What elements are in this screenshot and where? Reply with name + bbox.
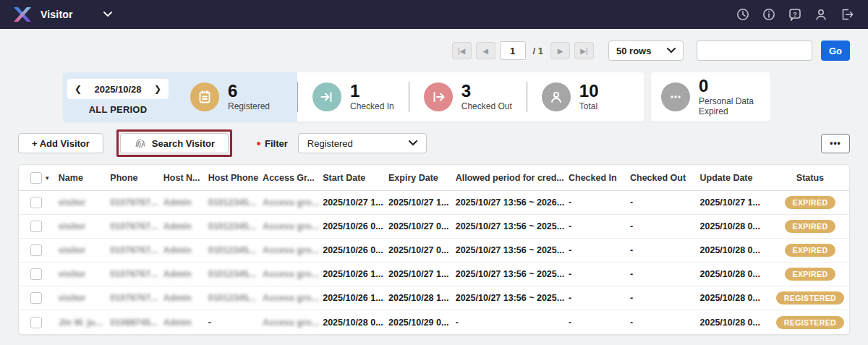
column-header-host-name[interactable]: Host N...: [161, 173, 205, 183]
select-menu-caret-icon[interactable]: ▾: [46, 174, 49, 182]
cell-allowed-period: 2025/10/27 13:56 ~ 2025...: [453, 221, 566, 231]
time-icon[interactable]: [735, 7, 751, 22]
date-navigator[interactable]: ❮ 2025/10/28 ❯: [67, 79, 169, 99]
cell-host-phone: -: [205, 318, 260, 328]
select-all-checkbox[interactable]: [30, 172, 42, 184]
search-visitor-button[interactable]: Search Visitor: [120, 133, 229, 153]
column-header-name[interactable]: Name: [56, 173, 108, 183]
check-out-icon: [424, 82, 453, 111]
cell-expiry-date: 2025/10/28 1...: [386, 293, 453, 303]
info-icon[interactable]: [761, 7, 777, 22]
prev-page-button[interactable]: ◀: [476, 42, 495, 59]
column-header-checked-in[interactable]: Checked In: [566, 173, 627, 183]
cell-allowed-period: 2025/10/27 13:56 ~ 2025...: [453, 245, 566, 255]
column-header-expiry-date[interactable]: Expiry Date: [386, 173, 453, 183]
cell-name: visitor: [56, 293, 108, 303]
column-header-start-date[interactable]: Start Date: [320, 173, 386, 183]
table-row[interactable]: visitor 01076767... Admin 01012345... Ac…: [19, 263, 849, 286]
cell-update-date: 2025/10/27 1...: [697, 197, 771, 208]
row-checkbox[interactable]: [30, 244, 42, 256]
stat-registered[interactable]: 6 Registered: [180, 82, 280, 112]
row-checkbox[interactable]: [30, 197, 42, 208]
period-section: ❮ 2025/10/28 ❯ ALL PERIOD 6 Registered: [63, 72, 297, 122]
cell-host-phone: 01012345...: [205, 221, 260, 231]
clipboard-icon: [190, 82, 219, 111]
cell-checked-out: -: [627, 318, 697, 328]
search-input[interactable]: [697, 41, 812, 61]
rows-per-page-value: 50 rows: [616, 46, 651, 56]
cell-host-name: Admin: [161, 293, 205, 303]
cell-update-date: 2025/10/28 0...: [697, 293, 771, 303]
cell-phone: 01076767...: [107, 245, 160, 255]
stat-checked-out[interactable]: 3 Checked Out: [409, 82, 527, 112]
cell-access-group: Access gro...: [260, 245, 320, 255]
checked-out-count: 3: [461, 82, 512, 100]
app-logo-icon[interactable]: [13, 6, 32, 23]
cell-allowed-period: 2025/10/27 13:56 ~ 2026...: [453, 197, 566, 208]
personal-data-expired-card[interactable]: 0 Personal Data Expired: [651, 72, 770, 122]
table-row[interactable]: visitor 01076767... Admin 01012345... Ac…: [19, 239, 849, 263]
row-checkbox[interactable]: [30, 317, 42, 328]
cell-phone: 01076767...: [107, 293, 160, 303]
toolbar: + Add Visitor Search Visitor Filter Regi…: [18, 132, 850, 154]
status-badge: REGISTERED: [776, 291, 844, 304]
cell-host-name: Admin: [161, 245, 205, 255]
help-icon[interactable]: ?: [787, 7, 803, 22]
cell-expiry-date: 2025/10/27 1...: [386, 197, 453, 208]
table-row[interactable]: visitor 01076767... Admin 01012345... Ac…: [19, 191, 849, 215]
search-visitor-label: Search Visitor: [152, 138, 215, 149]
personal-data-expired-label: Personal Data Expired: [699, 97, 760, 117]
status-badge: EXPIRED: [785, 196, 836, 209]
check-in-icon: [312, 82, 341, 111]
go-button[interactable]: Go: [821, 41, 850, 61]
cell-checked-in: -: [566, 221, 627, 231]
cell-update-date: 2025/10/28 0...: [697, 221, 771, 231]
next-date-icon[interactable]: ❯: [154, 84, 161, 94]
row-checkbox[interactable]: [30, 292, 42, 304]
next-page-button[interactable]: ▶: [550, 42, 570, 59]
table-row[interactable]: Jin W. ju... 01088745... Admin - Access …: [19, 310, 849, 334]
filter-required-dot: [257, 142, 260, 145]
rows-per-page-select[interactable]: 50 rows: [608, 41, 684, 61]
table-row[interactable]: visitor 01076767... Admin 01012345... Ac…: [19, 215, 849, 239]
cell-host-phone: 01012345...: [205, 269, 260, 279]
user-icon[interactable]: [813, 7, 829, 22]
cell-host-name: Admin: [161, 197, 205, 208]
first-page-button[interactable]: |◀: [452, 42, 472, 59]
stat-total[interactable]: 10 Total: [527, 82, 613, 112]
column-header-host-phone[interactable]: Host Phone: [205, 173, 260, 183]
cell-checked-out: -: [627, 269, 697, 279]
cell-name: visitor: [56, 269, 108, 279]
registered-label: Registered: [228, 102, 270, 112]
filter-status-select[interactable]: Registered: [298, 133, 427, 153]
cell-expiry-date: 2025/10/29 0...: [386, 318, 453, 328]
add-visitor-button[interactable]: + Add Visitor: [18, 133, 103, 153]
column-header-checked-out[interactable]: Checked Out: [627, 173, 697, 183]
row-checkbox[interactable]: [30, 268, 42, 280]
table-row[interactable]: visitor 01076767... Admin 01012345... Ac…: [19, 286, 849, 310]
more-options-button[interactable]: •••: [821, 134, 850, 153]
menu-chevron-down-icon[interactable]: [103, 12, 112, 17]
cell-name: visitor: [56, 197, 108, 208]
cell-host-phone: 01012345...: [205, 197, 260, 208]
stats-bar: ❮ 2025/10/28 ❯ ALL PERIOD 6 Registered: [63, 72, 850, 122]
cell-checked-out: -: [627, 221, 697, 231]
cell-access-group: Access gro...: [260, 293, 320, 303]
column-header-access-group[interactable]: Access Gr...: [260, 173, 320, 183]
visitor-table: ▾ Name Phone Host N... Host Phone Access…: [18, 164, 850, 335]
cell-expiry-date: 2025/10/27 0...: [386, 245, 453, 255]
cell-checked-in: -: [566, 318, 627, 328]
row-checkbox[interactable]: [30, 221, 42, 232]
current-date-label: 2025/10/28: [94, 84, 141, 95]
column-header-phone[interactable]: Phone: [107, 173, 160, 183]
column-header-update-date[interactable]: Update Date: [697, 173, 771, 183]
logout-icon[interactable]: [839, 7, 855, 22]
column-header-allowed-period[interactable]: Allowed period for cred...: [453, 173, 566, 183]
prev-date-icon[interactable]: ❮: [75, 84, 82, 94]
page-number-input[interactable]: [500, 41, 526, 60]
last-page-button[interactable]: ▶|: [574, 42, 594, 59]
stat-checked-in[interactable]: 1 Checked In: [298, 82, 409, 112]
column-header-status[interactable]: Status: [771, 173, 849, 183]
cell-checked-out: -: [627, 293, 697, 303]
person-icon: [542, 82, 571, 111]
